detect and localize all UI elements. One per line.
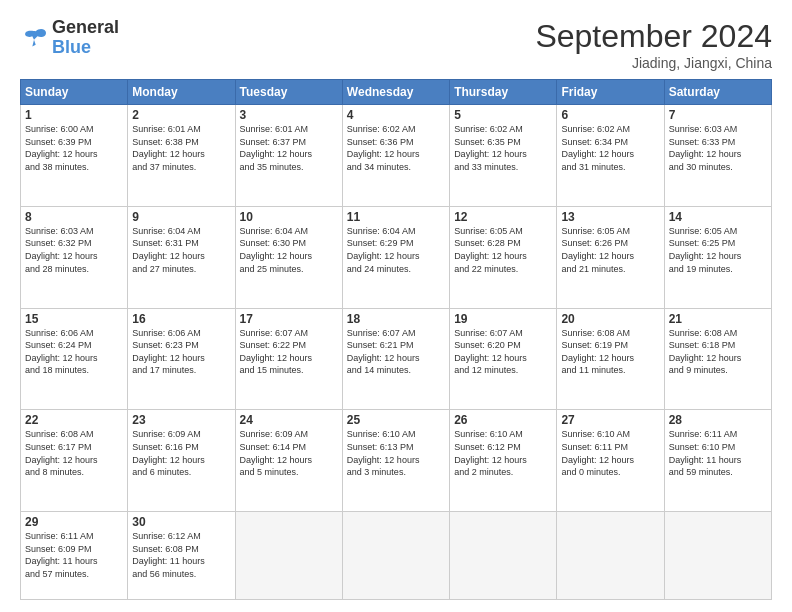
- day-number: 3: [240, 108, 338, 122]
- day-number: 7: [669, 108, 767, 122]
- cell-text: Sunrise: 6:10 AMSunset: 6:11 PMDaylight:…: [561, 428, 659, 478]
- table-row: 18Sunrise: 6:07 AMSunset: 6:21 PMDayligh…: [342, 308, 449, 410]
- calendar-week-row: 8Sunrise: 6:03 AMSunset: 6:32 PMDaylight…: [21, 206, 772, 308]
- cell-text: Sunrise: 6:04 AMSunset: 6:29 PMDaylight:…: [347, 225, 445, 275]
- table-row: 20Sunrise: 6:08 AMSunset: 6:19 PMDayligh…: [557, 308, 664, 410]
- cell-text: Sunrise: 6:03 AMSunset: 6:32 PMDaylight:…: [25, 225, 123, 275]
- table-row: 12Sunrise: 6:05 AMSunset: 6:28 PMDayligh…: [450, 206, 557, 308]
- month-title: September 2024: [535, 18, 772, 55]
- table-row: 17Sunrise: 6:07 AMSunset: 6:22 PMDayligh…: [235, 308, 342, 410]
- cell-text: Sunrise: 6:10 AMSunset: 6:13 PMDaylight:…: [347, 428, 445, 478]
- table-row: 26Sunrise: 6:10 AMSunset: 6:12 PMDayligh…: [450, 410, 557, 512]
- day-number: 4: [347, 108, 445, 122]
- day-number: 30: [132, 515, 230, 529]
- table-row: 28Sunrise: 6:11 AMSunset: 6:10 PMDayligh…: [664, 410, 771, 512]
- day-number: 22: [25, 413, 123, 427]
- table-row: 10Sunrise: 6:04 AMSunset: 6:30 PMDayligh…: [235, 206, 342, 308]
- table-row: 21Sunrise: 6:08 AMSunset: 6:18 PMDayligh…: [664, 308, 771, 410]
- cell-text: Sunrise: 6:11 AMSunset: 6:09 PMDaylight:…: [25, 530, 123, 580]
- cell-text: Sunrise: 6:08 AMSunset: 6:18 PMDaylight:…: [669, 327, 767, 377]
- cell-text: Sunrise: 6:02 AMSunset: 6:36 PMDaylight:…: [347, 123, 445, 173]
- cell-text: Sunrise: 6:05 AMSunset: 6:26 PMDaylight:…: [561, 225, 659, 275]
- table-row: 23Sunrise: 6:09 AMSunset: 6:16 PMDayligh…: [128, 410, 235, 512]
- cell-text: Sunrise: 6:07 AMSunset: 6:20 PMDaylight:…: [454, 327, 552, 377]
- cell-text: Sunrise: 6:05 AMSunset: 6:28 PMDaylight:…: [454, 225, 552, 275]
- day-number: 10: [240, 210, 338, 224]
- day-number: 6: [561, 108, 659, 122]
- cell-text: Sunrise: 6:05 AMSunset: 6:25 PMDaylight:…: [669, 225, 767, 275]
- col-friday: Friday: [557, 80, 664, 105]
- day-number: 25: [347, 413, 445, 427]
- col-monday: Monday: [128, 80, 235, 105]
- table-row: 27Sunrise: 6:10 AMSunset: 6:11 PMDayligh…: [557, 410, 664, 512]
- day-number: 21: [669, 312, 767, 326]
- table-row: 2Sunrise: 6:01 AMSunset: 6:38 PMDaylight…: [128, 105, 235, 207]
- cell-text: Sunrise: 6:06 AMSunset: 6:24 PMDaylight:…: [25, 327, 123, 377]
- table-row: 3Sunrise: 6:01 AMSunset: 6:37 PMDaylight…: [235, 105, 342, 207]
- cell-text: Sunrise: 6:08 AMSunset: 6:17 PMDaylight:…: [25, 428, 123, 478]
- day-number: 24: [240, 413, 338, 427]
- cell-text: Sunrise: 6:03 AMSunset: 6:33 PMDaylight:…: [669, 123, 767, 173]
- table-row: 14Sunrise: 6:05 AMSunset: 6:25 PMDayligh…: [664, 206, 771, 308]
- table-row: 15Sunrise: 6:06 AMSunset: 6:24 PMDayligh…: [21, 308, 128, 410]
- cell-text: Sunrise: 6:00 AMSunset: 6:39 PMDaylight:…: [25, 123, 123, 173]
- day-number: 28: [669, 413, 767, 427]
- header: General Blue September 2024 Jiading, Jia…: [20, 18, 772, 71]
- table-row: 29Sunrise: 6:11 AMSunset: 6:09 PMDayligh…: [21, 512, 128, 600]
- col-tuesday: Tuesday: [235, 80, 342, 105]
- cell-text: Sunrise: 6:09 AMSunset: 6:14 PMDaylight:…: [240, 428, 338, 478]
- logo-bird-icon: [20, 26, 48, 50]
- day-number: 17: [240, 312, 338, 326]
- page: General Blue September 2024 Jiading, Jia…: [0, 0, 792, 612]
- table-row: 22Sunrise: 6:08 AMSunset: 6:17 PMDayligh…: [21, 410, 128, 512]
- day-number: 18: [347, 312, 445, 326]
- day-number: 26: [454, 413, 552, 427]
- logo-text: General Blue: [52, 18, 119, 58]
- table-row: [664, 512, 771, 600]
- day-number: 15: [25, 312, 123, 326]
- table-row: 8Sunrise: 6:03 AMSunset: 6:32 PMDaylight…: [21, 206, 128, 308]
- cell-text: Sunrise: 6:06 AMSunset: 6:23 PMDaylight:…: [132, 327, 230, 377]
- day-number: 2: [132, 108, 230, 122]
- table-row: [342, 512, 449, 600]
- cell-text: Sunrise: 6:09 AMSunset: 6:16 PMDaylight:…: [132, 428, 230, 478]
- calendar-table: Sunday Monday Tuesday Wednesday Thursday…: [20, 79, 772, 600]
- table-row: 5Sunrise: 6:02 AMSunset: 6:35 PMDaylight…: [450, 105, 557, 207]
- cell-text: Sunrise: 6:07 AMSunset: 6:22 PMDaylight:…: [240, 327, 338, 377]
- table-row: 7Sunrise: 6:03 AMSunset: 6:33 PMDaylight…: [664, 105, 771, 207]
- calendar-week-row: 1Sunrise: 6:00 AMSunset: 6:39 PMDaylight…: [21, 105, 772, 207]
- calendar-header-row: Sunday Monday Tuesday Wednesday Thursday…: [21, 80, 772, 105]
- table-row: 25Sunrise: 6:10 AMSunset: 6:13 PMDayligh…: [342, 410, 449, 512]
- calendar-week-row: 22Sunrise: 6:08 AMSunset: 6:17 PMDayligh…: [21, 410, 772, 512]
- cell-text: Sunrise: 6:02 AMSunset: 6:34 PMDaylight:…: [561, 123, 659, 173]
- cell-text: Sunrise: 6:07 AMSunset: 6:21 PMDaylight:…: [347, 327, 445, 377]
- day-number: 5: [454, 108, 552, 122]
- cell-text: Sunrise: 6:11 AMSunset: 6:10 PMDaylight:…: [669, 428, 767, 478]
- day-number: 16: [132, 312, 230, 326]
- cell-text: Sunrise: 6:12 AMSunset: 6:08 PMDaylight:…: [132, 530, 230, 580]
- col-thursday: Thursday: [450, 80, 557, 105]
- table-row: 16Sunrise: 6:06 AMSunset: 6:23 PMDayligh…: [128, 308, 235, 410]
- table-row: 6Sunrise: 6:02 AMSunset: 6:34 PMDaylight…: [557, 105, 664, 207]
- day-number: 23: [132, 413, 230, 427]
- table-row: 11Sunrise: 6:04 AMSunset: 6:29 PMDayligh…: [342, 206, 449, 308]
- day-number: 8: [25, 210, 123, 224]
- col-saturday: Saturday: [664, 80, 771, 105]
- col-sunday: Sunday: [21, 80, 128, 105]
- title-block: September 2024 Jiading, Jiangxi, China: [535, 18, 772, 71]
- table-row: 9Sunrise: 6:04 AMSunset: 6:31 PMDaylight…: [128, 206, 235, 308]
- logo: General Blue: [20, 18, 119, 58]
- cell-text: Sunrise: 6:01 AMSunset: 6:38 PMDaylight:…: [132, 123, 230, 173]
- day-number: 19: [454, 312, 552, 326]
- day-number: 12: [454, 210, 552, 224]
- cell-text: Sunrise: 6:01 AMSunset: 6:37 PMDaylight:…: [240, 123, 338, 173]
- table-row: 30Sunrise: 6:12 AMSunset: 6:08 PMDayligh…: [128, 512, 235, 600]
- table-row: 13Sunrise: 6:05 AMSunset: 6:26 PMDayligh…: [557, 206, 664, 308]
- day-number: 14: [669, 210, 767, 224]
- cell-text: Sunrise: 6:10 AMSunset: 6:12 PMDaylight:…: [454, 428, 552, 478]
- table-row: [450, 512, 557, 600]
- cell-text: Sunrise: 6:04 AMSunset: 6:30 PMDaylight:…: [240, 225, 338, 275]
- day-number: 9: [132, 210, 230, 224]
- table-row: 19Sunrise: 6:07 AMSunset: 6:20 PMDayligh…: [450, 308, 557, 410]
- table-row: 24Sunrise: 6:09 AMSunset: 6:14 PMDayligh…: [235, 410, 342, 512]
